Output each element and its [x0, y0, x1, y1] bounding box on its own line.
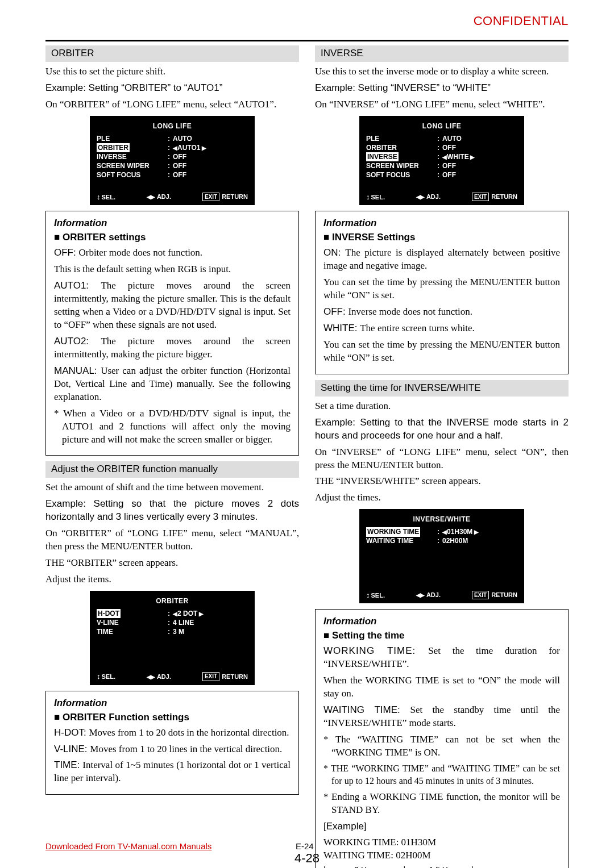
timing-p4: THE “INVERSE/WHITE” screen appears. — [315, 475, 569, 488]
example-title: [Example] — [323, 820, 560, 833]
manual-p1: Set the amount of shift and the time bet… — [45, 481, 299, 494]
footer-link[interactable]: Downloaded From TV-Manual.com Manuals — [45, 841, 211, 851]
osd-row-label: PLE — [97, 134, 165, 143]
leftright-icon: ADJ. — [416, 591, 441, 599]
info-note: * When a Video or a DVD/HD/DTV signal is… — [54, 407, 291, 446]
info-on-note: You can set the time by pressing the MEN… — [323, 276, 560, 302]
manual-p2: Example: Setting so that the picture mov… — [45, 498, 299, 524]
osd-row-value: AUTO — [442, 134, 517, 143]
osd-row-label: WORKING TIME — [366, 527, 420, 536]
return-label: RETURN — [491, 591, 517, 599]
osd-row-value: OFF — [173, 161, 248, 170]
osd-title: LONG LIFE — [97, 122, 248, 131]
info-subtitle: ORBITER Function settings — [54, 711, 291, 724]
osd-row-value: 01H30M — [447, 528, 472, 536]
osd-row-value: WHITE — [447, 153, 469, 161]
updown-icon: SEL. — [97, 192, 115, 202]
info-off: OFF: Orbiter mode does not function. — [54, 247, 291, 260]
confidential-label: CONFIDENTIAL — [474, 14, 569, 28]
info-auto2: AUTO2: The picture moves around the scre… — [54, 335, 291, 361]
return-label: RETURN — [222, 673, 248, 681]
orbiter-step: On “ORBITER” of “LONG LIFE” menu, select… — [45, 98, 299, 111]
return-label: RETURN — [491, 193, 517, 201]
osd-row-label: TIME — [97, 627, 165, 636]
inverse-step: On “INVERSE” of “LONG LIFE” menu, select… — [315, 98, 569, 111]
top-rule — [45, 40, 569, 41]
orbiter-manual-head: Adjust the ORBITER function manually — [45, 461, 299, 478]
orbiter-intro: Use this to set the picture shift. — [45, 65, 299, 78]
info-title: Information — [54, 697, 291, 710]
info-working-on: When the WORKING TIME is set to “ON” the… — [323, 674, 560, 700]
timing-note2: * THE “WORKING TIME” and “WAITING TIME” … — [323, 762, 560, 787]
info-off: OFF: Inverse mode does not function. — [323, 306, 560, 319]
updown-icon: SEL. — [366, 192, 385, 202]
osd-row-label: INVERSE — [97, 152, 165, 161]
info-white-note: You can set the time by pressing the MEN… — [323, 339, 560, 365]
osd-row-label: SOFT FOCUS — [366, 170, 434, 180]
info-working: WORKING TIME: Set the time duration for … — [323, 645, 560, 671]
exit-box: EXIT — [472, 193, 489, 202]
osd-row-label: SCREEN WIPER — [97, 161, 165, 170]
page-number-e: E-24 — [296, 841, 314, 851]
osd-title: ORBITER — [97, 596, 248, 606]
osd-row-label: WAITING TIME — [366, 536, 434, 545]
osd-row-value: 4 LINE — [173, 618, 248, 627]
osd-row-value: 02H00M — [442, 536, 517, 545]
osd-row-label: ORBITER — [366, 143, 434, 152]
info-hdot: H-DOT: Moves from 1 to 20 dots in the ho… — [54, 727, 291, 740]
osd-row-value: AUTO1 — [177, 144, 200, 152]
info-white: WHITE: The entire screen turns white. — [323, 322, 560, 335]
osd-row-label: V-LINE — [97, 618, 165, 627]
timing-head: Setting the time for INVERSE/WHITE — [315, 380, 569, 397]
orbiter-func-info-box: Information ORBITER Function settings H-… — [45, 691, 299, 795]
osd-row-value: 3 M — [173, 627, 248, 636]
timing-p2: Example: Setting to that the INVERSE mod… — [315, 416, 569, 443]
orbiter-example: Example: Setting “ORBITER” to “AUTO1” — [45, 82, 299, 95]
osd-longlife-inverse: LONG LIFE PLE:AUTO ORBITER:OFF INVERSE:◀… — [359, 116, 524, 206]
osd-title: INVERSE/WHITE — [366, 515, 517, 524]
info-manual: MANUAL: User can adjust the orbiter func… — [54, 365, 291, 404]
timing-note3: * Ending a WORKING TIME function, the mo… — [323, 791, 560, 817]
osd-row-label: PLE — [366, 134, 434, 143]
osd-row-label: SCREEN WIPER — [366, 161, 434, 170]
inverse-head: INVERSE — [315, 45, 569, 62]
exit-box: EXIT — [202, 193, 219, 202]
osd-orbiter: ORBITER H-DOT:◀2 DOT ▶ V-LINE:4 LINE TIM… — [90, 591, 255, 685]
timing-p3: On “INVERSE” of “LONG LIFE” menu, select… — [315, 446, 569, 472]
updown-icon: SEL. — [97, 671, 115, 682]
info-time: TIME: Interval of 1~5 minutes (1 horizon… — [54, 759, 291, 785]
osd-row-value: OFF — [173, 170, 248, 180]
inverse-info-box: Information INVERSE Settings ON: The pic… — [315, 211, 569, 374]
exit-box: EXIT — [202, 672, 219, 681]
orbiter-head: ORBITER — [45, 45, 299, 62]
updown-icon: SEL. — [366, 590, 385, 600]
page-number-chapter: 4-28 — [0, 851, 614, 866]
left-column: ORBITER Use this to set the picture shif… — [45, 45, 299, 868]
osd-row-label: H-DOT — [97, 609, 121, 618]
osd-row-value: AUTO — [173, 134, 248, 143]
timing-p1: Set a time duration. — [315, 400, 569, 413]
osd-row-value: 2 DOT — [177, 610, 197, 617]
inverse-example: Example: Setting “INVERSE” to “WHITE” — [315, 82, 569, 95]
info-subtitle: Setting the time — [323, 629, 560, 642]
osd-title: LONG LIFE — [366, 122, 517, 131]
leftright-icon: ADJ. — [147, 673, 171, 681]
return-label: RETURN — [222, 193, 248, 201]
osd-row-value: OFF — [442, 161, 517, 170]
inverse-intro: Use this to set the inverse mode or to d… — [315, 65, 569, 78]
osd-row-label: INVERSE — [366, 152, 399, 161]
leftright-icon: ADJ. — [147, 193, 171, 201]
manual-p5: Adjust the items. — [45, 573, 299, 586]
osd-inverse-white: INVERSE/WHITE WORKING TIME:◀01H30M ▶ WAI… — [359, 509, 524, 603]
osd-row-value: OFF — [442, 143, 517, 152]
osd-row-value: OFF — [442, 170, 517, 180]
info-subtitle: ORBITER settings — [54, 231, 291, 244]
example-working: WORKING TIME: 01H30M — [323, 836, 560, 849]
timing-note1: * The “WAITING TIME” can not be set when… — [323, 733, 560, 760]
info-auto1: AUTO1: The picture moves around the scre… — [54, 279, 291, 332]
orbiter-info-box: Information ORBITER settings OFF: Orbite… — [45, 211, 299, 456]
info-subtitle: INVERSE Settings — [323, 231, 560, 244]
info-rgb: This is the default setting when RGB is … — [54, 263, 291, 276]
osd-longlife-orbiter: LONG LIFE PLE:AUTO ORBITER:◀AUTO1 ▶ INVE… — [90, 116, 255, 206]
info-title: Information — [323, 615, 560, 628]
